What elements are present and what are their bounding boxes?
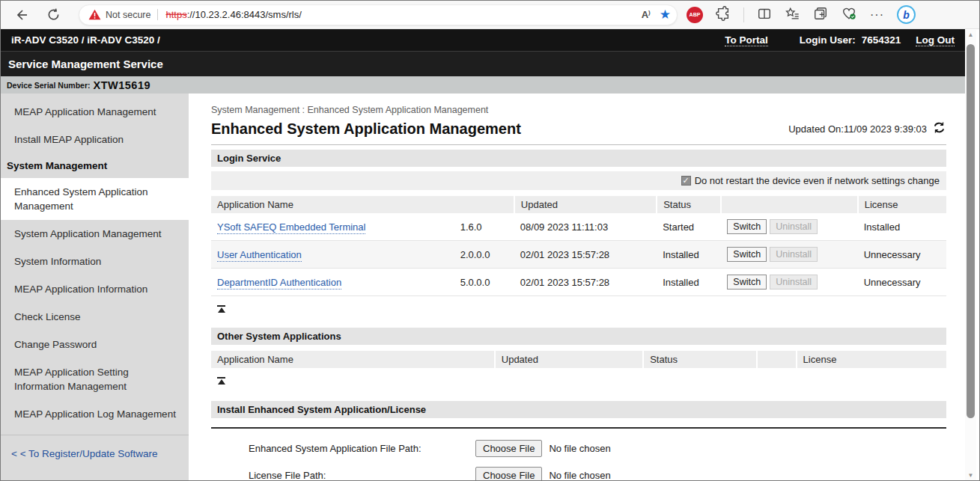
sidebar-item-meap-application-setting-information-management[interactable]: MEAP Application Setting Information Man…: [1, 358, 189, 400]
favorite-star-icon[interactable]: ★: [660, 8, 671, 21]
do-not-restart-checkbox[interactable]: ✓: [681, 176, 691, 186]
url-bar[interactable]: Not secure https://10.23.2.46:8443/sms/r…: [79, 4, 678, 25]
sidebar-item-meap-application-information[interactable]: MEAP Application Information: [1, 275, 189, 303]
column-application-name: Application Name: [211, 196, 514, 213]
not-secure-label[interactable]: Not secure: [106, 10, 150, 20]
table-row: YSoft SAFEQ Embedded Terminal 1.6.0 08/0…: [211, 213, 946, 241]
table-header-row: Application Name Updated Status License: [211, 351, 946, 368]
sidebar-item-system-application-management[interactable]: System Application Management: [1, 220, 189, 248]
app-link-user-authentication[interactable]: User Authentication: [217, 249, 302, 262]
device-path: iR-ADV C3520 / iR-ADV C3520 /: [11, 34, 160, 46]
column-status: Status: [643, 351, 757, 368]
app-link-ysoft-safeq[interactable]: YSoft SAFEQ Embedded Terminal: [217, 221, 365, 234]
enhanced-app-file-path-label: Enhanced System Application File Path:: [249, 443, 475, 454]
browser-toolbar: Not secure https://10.23.2.46:8443/sms/r…: [1, 1, 979, 29]
device-header-bar: iR-ADV C3520 / iR-ADV C3520 / To Portal …: [1, 29, 965, 51]
other-system-applications-table: Application Name Updated Status License: [211, 351, 946, 368]
column-updated: Updated: [514, 196, 657, 213]
switch-button[interactable]: Switch: [727, 275, 767, 289]
do-not-restart-label: Do not restart the device even if networ…: [695, 175, 940, 186]
switch-button[interactable]: Switch: [727, 219, 767, 234]
toolbar-extensions-area: ABP: [687, 5, 916, 24]
adblock-plus-icon[interactable]: ABP: [687, 7, 703, 23]
app-version: 1.6.0: [454, 213, 514, 241]
column-status: Status: [657, 196, 721, 213]
sidebar-item-enhanced-system-application-management[interactable]: Enhanced System Application Management: [1, 178, 189, 220]
to-portal-link[interactable]: To Portal: [725, 34, 768, 46]
browser-essentials-icon[interactable]: [841, 6, 857, 24]
url-text[interactable]: https://10.23.2.46:8443/sms/rls/: [165, 9, 301, 20]
to-register-update-software-link[interactable]: < < To Register/Update Software: [1, 435, 189, 467]
app-updated: 02/01 2023 15:57:28: [514, 269, 657, 296]
app-link-departmentid-authentication[interactable]: DepartmentID Authentication: [217, 277, 341, 289]
vertical-scrollbar[interactable]: ▲ ▼: [965, 30, 976, 480]
uninstall-button[interactable]: Uninstall: [770, 247, 818, 262]
extensions-puzzle-icon[interactable]: [716, 6, 731, 24]
choose-file-button-license[interactable]: Choose File: [475, 467, 542, 481]
column-actions: [757, 351, 796, 368]
app-license: Unnecessary: [858, 269, 946, 296]
sidebar-item-system-information[interactable]: System Information: [1, 248, 189, 275]
scrollbar-down-arrow[interactable]: ▼: [965, 472, 976, 479]
app-updated: 08/09 2023 11:11:03: [514, 213, 657, 241]
sidebar-item-meap-application-management[interactable]: MEAP Application Management: [1, 98, 189, 126]
browser-window: Not secure https://10.23.2.46:8443/sms/r…: [0, 0, 980, 481]
back-to-top-icon[interactable]: [217, 377, 225, 385]
scrollbar-thumb[interactable]: [967, 44, 975, 418]
sidebar-item-check-license[interactable]: Check License: [1, 303, 189, 331]
service-title-bar: Service Management Service: [1, 51, 965, 76]
table-header-row: Application Name Updated Status License: [211, 196, 946, 213]
toolbar-divider: [743, 7, 744, 22]
table-row: User Authentication 2.0.0.0 02/01 2023 1…: [211, 241, 946, 269]
sidebar-item-meap-application-log-management[interactable]: MEAP Application Log Management: [1, 400, 189, 428]
table-row: DepartmentID Authentication 5.0.0.0 02/0…: [211, 269, 946, 296]
column-updated: Updated: [495, 351, 643, 368]
app-status: Installed: [657, 269, 721, 296]
url-scheme-strikethrough: https: [165, 9, 186, 20]
not-secure-warning-icon: [88, 9, 101, 20]
uninstall-button[interactable]: Uninstall: [770, 219, 818, 234]
refresh-icon[interactable]: [932, 121, 946, 136]
sidebar-item-install-meap-application[interactable]: Install MEAP Application: [1, 126, 189, 153]
license-file-path-label: License File Path:: [249, 470, 475, 481]
sidebar-item-change-password[interactable]: Change Password: [1, 331, 189, 358]
url-rest: ://10.23.2.46:8443/sms/rls/: [187, 9, 302, 20]
scrollbar-up-arrow[interactable]: ▲: [965, 31, 976, 38]
app-license: Installed: [858, 213, 946, 241]
split-screen-icon[interactable]: [757, 6, 772, 24]
sidebar-section-system-management: System Management: [1, 153, 189, 178]
login-service-heading: Login Service: [211, 150, 946, 167]
urlbar-divider: [157, 9, 158, 20]
app-version: 2.0.0.0: [454, 241, 514, 269]
settings-more-icon[interactable]: ···: [870, 8, 884, 22]
install-section-heading: Install Enhanced System Application/Lice…: [211, 401, 946, 418]
service-title: Service Management Service: [8, 58, 163, 70]
updated-on-text: Updated On:11/09 2023 9:39:03: [788, 123, 927, 135]
app-version: 5.0.0.0: [454, 269, 514, 296]
reload-icon[interactable]: [43, 4, 64, 25]
switch-button[interactable]: Switch: [727, 247, 767, 262]
login-service-table: Application Name Updated Status License …: [211, 196, 946, 296]
app-license: Unnecessary: [858, 241, 946, 269]
choose-file-button-app[interactable]: Choose File: [475, 440, 542, 457]
column-application-name: Application Name: [211, 351, 495, 368]
uninstall-button[interactable]: Uninstall: [770, 275, 818, 289]
login-user: Login User:7654321: [800, 34, 901, 46]
back-icon[interactable]: [11, 4, 32, 25]
main-content: System Management : Enhanced System Appl…: [189, 94, 965, 481]
breadcrumb: System Management : Enhanced System Appl…: [211, 105, 946, 115]
column-license: License: [797, 351, 946, 368]
install-section-divider: [211, 427, 946, 429]
bing-chat-icon[interactable]: b: [897, 5, 916, 24]
read-aloud-icon[interactable]: A): [642, 9, 651, 20]
favorites-list-icon[interactable]: [785, 6, 800, 24]
app-updated: 02/01 2023 15:57:28: [514, 241, 657, 269]
serial-value: XTW15619: [93, 79, 150, 91]
collections-icon[interactable]: [813, 6, 828, 24]
page-title: Enhanced System Application Management: [211, 120, 788, 138]
back-to-top-icon[interactable]: [217, 305, 225, 313]
log-out-link[interactable]: Log Out: [916, 34, 955, 46]
login-user-value: 7654321: [862, 34, 901, 46]
serial-label: Device Serial Number:: [7, 81, 90, 90]
sidebar-nav: MEAP Application Management Install MEAP…: [1, 94, 189, 481]
